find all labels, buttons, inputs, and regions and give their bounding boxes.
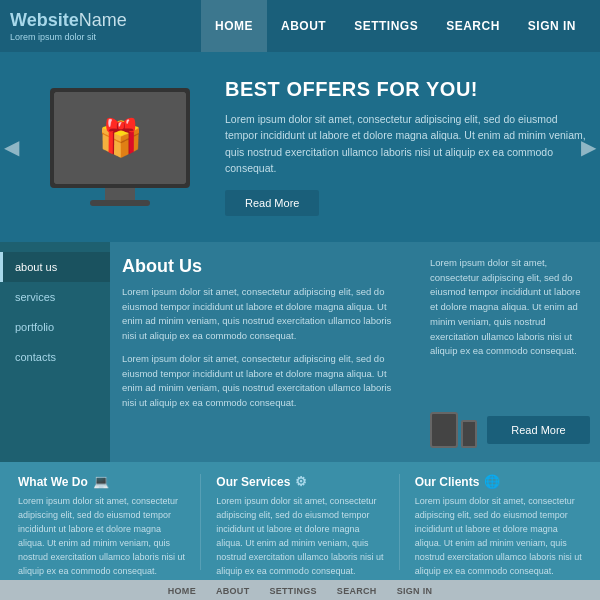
hero-content: BEST OFFERS FOR YOU! Lorem ipsum dolor s… <box>215 78 590 216</box>
about-text-2: Lorem ipsum dolor sit amet, consectetur … <box>122 352 408 411</box>
about-right-bottom: Read More <box>430 412 590 448</box>
footer-item-settings[interactable]: SETTINGS <box>269 586 316 596</box>
gear-icon: ⚙ <box>295 474 307 489</box>
our-clients-title: Our Clients 🌐 <box>415 474 582 489</box>
devices-icon <box>430 412 477 448</box>
about-main: About Us Lorem ipsum dolor sit amet, con… <box>110 242 420 462</box>
what-we-do-title: What We Do 💻 <box>18 474 185 489</box>
about-right-text: Lorem ipsum dolor sit amet, consectetur … <box>430 256 590 402</box>
nav-item-signin[interactable]: SIGN IN <box>514 0 590 52</box>
bottom-col-our-clients: Our Clients 🌐 Lorem ipsum dolor sit amet… <box>407 474 590 570</box>
globe-icon: 🌐 <box>484 474 500 489</box>
monitor-base <box>90 200 150 206</box>
logo: WebsiteName Lorem ipsum dolor sit <box>10 10 140 42</box>
divider-1 <box>200 474 201 570</box>
phone-icon <box>461 420 477 448</box>
monitor-stand <box>105 188 135 200</box>
nav-item-settings[interactable]: SETTINGS <box>340 0 432 52</box>
sidebar-item-services[interactable]: services <box>0 282 110 312</box>
about-read-more-button[interactable]: Read More <box>487 416 590 444</box>
tablet-icon <box>430 412 458 448</box>
footer: HOME ABOUT SETTINGS SEARCH SIGN IN <box>0 580 600 600</box>
nav-item-home[interactable]: HOME <box>201 0 267 52</box>
our-services-text: Lorem ipsum dolor sit amet, consectetur … <box>216 495 383 579</box>
logo-bold: Website <box>10 10 79 30</box>
our-services-label: Our Services <box>216 475 290 489</box>
our-clients-label: Our Clients <box>415 475 480 489</box>
sidebar-item-contacts[interactable]: contacts <box>0 342 110 372</box>
hero-section: ◀ 🎁 BEST OFFERS FOR YOU! Lorem ipsum dol… <box>0 52 600 242</box>
logo-sub: Lorem ipsum dolor sit <box>10 32 140 42</box>
what-we-do-text: Lorem ipsum dolor sit amet, consectetur … <box>18 495 185 579</box>
footer-item-about[interactable]: ABOUT <box>216 586 250 596</box>
footer-item-signin[interactable]: SIGN IN <box>397 586 433 596</box>
nav-item-about[interactable]: ABOUT <box>267 0 340 52</box>
about-section: about us services portfolio contacts Abo… <box>0 242 600 462</box>
sidebar-item-portfolio[interactable]: portfolio <box>0 312 110 342</box>
hero-title: BEST OFFERS FOR YOU! <box>225 78 590 101</box>
divider-2 <box>399 474 400 570</box>
header: WebsiteName Lorem ipsum dolor sit HOME A… <box>0 0 600 52</box>
our-services-title: Our Services ⚙ <box>216 474 383 489</box>
laptop-icon: 💻 <box>93 474 109 489</box>
bottom-section: What We Do 💻 Lorem ipsum dolor sit amet,… <box>0 462 600 580</box>
main-nav: HOME ABOUT SETTINGS SEARCH SIGN IN <box>201 0 590 52</box>
monitor-graphic: 🎁 <box>40 88 200 206</box>
what-we-do-label: What We Do <box>18 475 88 489</box>
logo-text: WebsiteName <box>10 10 140 32</box>
sidebar-item-about-us[interactable]: about us <box>0 252 110 282</box>
about-title: About Us <box>122 256 408 277</box>
nav-item-search[interactable]: SEARCH <box>432 0 514 52</box>
sidebar-nav: about us services portfolio contacts <box>0 242 110 462</box>
next-arrow[interactable]: ▶ <box>581 135 596 159</box>
bottom-col-our-services: Our Services ⚙ Lorem ipsum dolor sit ame… <box>208 474 391 570</box>
monitor: 🎁 <box>50 88 190 188</box>
footer-item-home[interactable]: HOME <box>168 586 196 596</box>
about-right: Lorem ipsum dolor sit amet, consectetur … <box>420 242 600 462</box>
hero-text: Lorem ipsum dolor sit amet, consectetur … <box>225 111 590 176</box>
our-clients-text: Lorem ipsum dolor sit amet, consectetur … <box>415 495 582 579</box>
hero-read-more-button[interactable]: Read More <box>225 190 319 216</box>
logo-light: Name <box>79 10 127 30</box>
gift-icon: 🎁 <box>98 117 143 159</box>
bottom-col-what-we-do: What We Do 💻 Lorem ipsum dolor sit amet,… <box>10 474 193 570</box>
prev-arrow[interactable]: ◀ <box>4 135 19 159</box>
about-text-1: Lorem ipsum dolor sit amet, consectetur … <box>122 285 408 344</box>
footer-item-search[interactable]: SEARCH <box>337 586 377 596</box>
monitor-screen: 🎁 <box>54 92 186 184</box>
